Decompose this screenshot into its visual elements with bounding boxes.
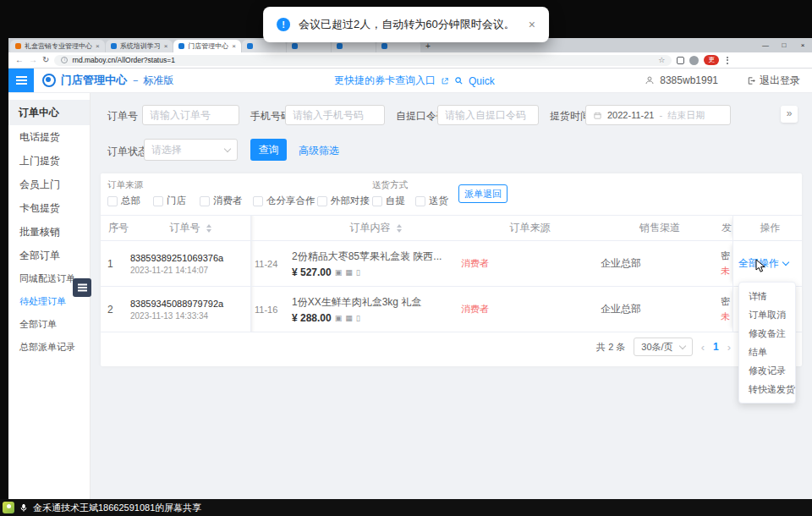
sort-icon[interactable] — [206, 224, 211, 233]
external-link-icon — [441, 77, 449, 85]
table-header: 序号 订单号 订单内容 订单来源 — [101, 216, 802, 241]
browser-tab-active[interactable]: 门店管理中心 × — [173, 40, 241, 52]
menu-item-edit-remark[interactable]: 修改备注 — [739, 324, 795, 343]
advanced-filter-link[interactable]: 高级筛选 — [299, 144, 339, 158]
calendar-icon — [593, 111, 602, 120]
date-range-picker[interactable]: 2022-11-21 - 结束日期 — [585, 105, 731, 125]
window-close-button[interactable]: × — [793, 38, 812, 52]
action-dropdown-menu: 详情 订单取消 修改备注 结单 修改记录 转快递发货 — [738, 282, 796, 403]
qr-icon: ▣ — [335, 268, 343, 277]
search-icon — [454, 76, 464, 85]
minimize-button[interactable]: — — [756, 38, 775, 52]
sidebar-section-order-center: 订单中心 — [8, 100, 90, 125]
sidebar-item-phone-pickup[interactable]: 电话提货 — [8, 125, 90, 149]
meeting-toast: 会议已超过2人，自动转为60分钟限时会议。 × — [263, 7, 549, 42]
tab-favicon — [15, 43, 21, 49]
source-checkbox-hq[interactable]: 总部 — [107, 195, 140, 207]
menu-item-detail[interactable]: 详情 — [739, 287, 795, 305]
url-bar[interactable]: rnd.maboy.cn/AllOrder?status=1 ☆ — [54, 55, 672, 66]
menu-item-edit-log[interactable]: 修改记录 — [739, 361, 795, 380]
delivery-method-label: 送货方式 — [372, 179, 408, 191]
sidebar-item-all-orders-group[interactable]: 全部订单 — [8, 244, 90, 267]
bookmark-star-icon[interactable]: ☆ — [658, 56, 665, 64]
date-start: 2022-11-21 — [607, 110, 654, 120]
main-content: 订单号 手机号码 自提口令码 提货时间 2022-11-21 - 结束日期 » — [91, 93, 812, 499]
source-checkbox-consumer[interactable]: 消费者 — [200, 195, 243, 207]
sidebar-quick-toggle[interactable] — [73, 278, 91, 297]
browser-menu-icon[interactable] — [724, 57, 731, 64]
toast-close-icon[interactable]: × — [529, 18, 535, 31]
hamburger-icon — [78, 287, 87, 288]
forward-icon[interactable]: → — [29, 56, 37, 64]
col-channel: 销售渠道 — [599, 216, 719, 240]
extensions-icon[interactable] — [677, 57, 684, 64]
order-number: 83859389251069376a — [130, 253, 250, 263]
menu-item-to-express[interactable]: 转快递发货 — [739, 380, 795, 398]
tab-close-icon[interactable]: × — [164, 42, 168, 50]
phone-input[interactable] — [285, 105, 385, 125]
delivery-checkbox-selfpickup[interactable]: 自提 — [372, 195, 405, 207]
menu-item-cancel-order[interactable]: 订单取消 — [739, 305, 795, 324]
sidebar-item-door-pickup[interactable]: 上门提货 — [8, 149, 90, 173]
sidebar-item-card-pickup[interactable]: 卡包提货 — [8, 196, 90, 220]
pickup-date-clipped: 11-16 — [255, 305, 290, 315]
menu-item-close-order[interactable]: 结单 — [739, 343, 795, 361]
prev-page-button[interactable]: ‹ — [701, 341, 705, 354]
panel-collapse-icon[interactable]: » — [781, 106, 798, 123]
pickup-code-input[interactable] — [437, 105, 539, 125]
browser-tab-2[interactable]: 系统培训学习 × — [106, 40, 173, 52]
back-icon[interactable]: ← — [15, 56, 24, 64]
browser-update-badge[interactable]: 更 — [704, 55, 719, 65]
page-number-current[interactable]: 1 — [713, 341, 719, 353]
sidebar-collapse-button[interactable] — [8, 69, 34, 92]
delivery-checkbox-delivery[interactable]: 送货 — [415, 195, 448, 207]
pagination: 共 2 条 30条/页 ‹ 1 › — [596, 338, 731, 356]
user-area: 8385wb1991 退出登录 — [645, 74, 812, 88]
reload-icon[interactable]: ↻ — [42, 56, 49, 64]
order-source-badge: 消费者 — [461, 303, 599, 316]
tab-close-icon[interactable]: × — [96, 42, 100, 50]
browser-window: 礼盒营销专业管理中心 × 系统培训学习 × 门店管理中心 × — [8, 38, 812, 499]
package-icon: ▦ — [345, 314, 353, 322]
checkbox-icon — [153, 196, 163, 206]
source-checkbox-external[interactable]: 外部对接 — [317, 195, 370, 207]
window-controls: — □ × — [756, 38, 812, 52]
source-checkbox-share-coop[interactable]: 仓分享合作 — [253, 195, 315, 207]
sidebar-item-batch-verify[interactable]: 批量核销 — [8, 220, 90, 244]
screen: 会议已超过2人，自动转为60分钟限时会议。 × 礼盒营销专业管理中心 × 系统培… — [0, 0, 812, 516]
page-size-select[interactable]: 30条/页 — [634, 338, 692, 356]
quick-label[interactable]: Quick — [469, 75, 495, 87]
order-status-select[interactable]: 请选择 — [144, 139, 238, 161]
sidebar-item-member-visit[interactable]: 会员上门 — [8, 173, 90, 196]
maximize-button[interactable]: □ — [775, 38, 793, 52]
site-info-icon[interactable] — [61, 57, 68, 63]
order-table: 序号 订单号 订单内容 订单来源 — [101, 216, 802, 332]
browser-tab-1[interactable]: 礼盒营销专业管理中心 × — [10, 40, 105, 52]
tab-close-icon[interactable]: × — [232, 42, 236, 50]
col-order-no: 订单号 — [129, 216, 250, 240]
all-actions-dropdown[interactable]: 全部操作 — [738, 256, 802, 271]
username[interactable]: 8385wb1991 — [660, 74, 718, 86]
sidebar-item-all-orders[interactable]: 全部订单 — [8, 313, 90, 336]
browser-avatar[interactable] — [689, 56, 699, 65]
table-row: 1 83859389251069376a 2023-11-21 14:14:07… — [101, 241, 802, 287]
quick-entry-link[interactable]: 更快捷的券卡查询入口 — [334, 74, 436, 88]
hamburger-icon — [16, 80, 27, 81]
next-page-button[interactable]: › — [727, 341, 731, 354]
source-checkbox-store[interactable]: 门店 — [153, 195, 186, 207]
dispatch-return-button[interactable]: 派单退回 — [458, 184, 508, 203]
exit-icon — [747, 76, 756, 85]
col-content: 订单内容 — [290, 216, 459, 240]
chevron-down-icon — [678, 343, 685, 349]
tab-favicon — [381, 43, 387, 49]
order-content: 2份精品大枣85苹果礼盒装 陕西... — [292, 250, 459, 264]
sidebar-item-hq-dispatch-log[interactable]: 总部派单记录 — [8, 336, 90, 359]
qr-icon: ▣ — [335, 314, 343, 322]
sort-icon[interactable] — [397, 224, 402, 233]
table-row: 2 83859345088979792a 2023-11-13 14:33:34… — [101, 287, 802, 332]
logout-button[interactable]: 退出登录 — [747, 74, 800, 88]
package-icon: ▦ — [345, 268, 353, 277]
ship-status-clipped: 密 — [721, 295, 732, 308]
search-button[interactable]: 查询 — [250, 139, 287, 161]
order-no-input[interactable] — [142, 105, 239, 125]
